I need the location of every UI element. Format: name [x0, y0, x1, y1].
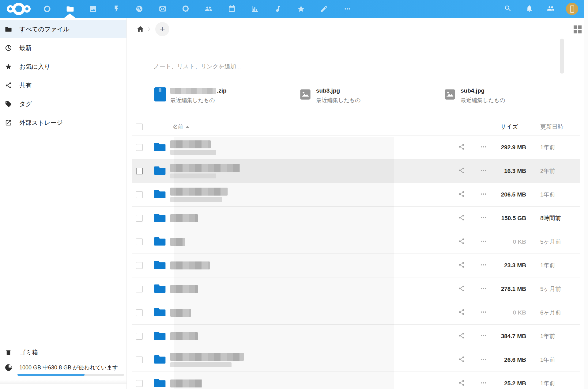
share-button[interactable] [450, 356, 473, 364]
grid-view-toggle-button[interactable] [574, 25, 582, 33]
contacts-menu-button[interactable] [540, 0, 561, 18]
row-checkbox[interactable] [136, 262, 143, 269]
share-button[interactable] [450, 379, 473, 387]
more-actions-button[interactable] [473, 143, 495, 152]
more-actions-button[interactable] [473, 308, 495, 317]
app-button-analytics[interactable] [243, 0, 266, 18]
file-row[interactable]: 25.2 MB1年前 [132, 372, 580, 389]
share-button[interactable] [450, 191, 473, 199]
file-name-link[interactable] [170, 188, 450, 202]
content-scrollbar-thumb[interactable] [560, 39, 564, 74]
user-avatar[interactable] [566, 3, 578, 15]
app-button-mail[interactable] [151, 0, 174, 18]
app-button-activity[interactable] [105, 0, 128, 18]
file-row[interactable]: 384.7 MB1年前 [132, 325, 580, 348]
file-row[interactable]: 206.5 MB1年前 [132, 183, 580, 207]
more-actions-icon [480, 143, 487, 152]
file-name-link[interactable] [170, 309, 450, 317]
row-checkbox[interactable] [136, 333, 143, 340]
app-button-more-apps[interactable] [336, 0, 359, 18]
share-button[interactable] [450, 238, 473, 246]
modified-column-header[interactable]: 更新日時 [533, 123, 580, 131]
nextcloud-logo[interactable] [7, 0, 31, 18]
file-name-link[interactable] [170, 379, 450, 387]
sidebar-item-tag[interactable]: タグ [0, 95, 126, 113]
file-row[interactable]: 0 KB5ヶ月前 [132, 230, 580, 254]
row-checkbox[interactable] [136, 380, 143, 387]
search-button[interactable] [497, 0, 518, 18]
more-actions-button[interactable] [473, 214, 495, 223]
more-actions-button[interactable] [473, 261, 495, 270]
sidebar-item-trash[interactable]: ゴミ箱 [0, 343, 38, 361]
file-name-link[interactable] [170, 238, 450, 246]
share-button[interactable] [450, 214, 473, 222]
sidebar-item-star[interactable]: お気に入り [0, 58, 126, 75]
file-row[interactable]: 26.6 MB1年前 [132, 348, 580, 372]
file-name-link[interactable] [170, 353, 450, 367]
recommended-file-card[interactable]: .zip最近編集したもの [154, 87, 299, 104]
file-modified: 1年前 [533, 379, 580, 387]
row-checkbox[interactable] [136, 309, 143, 316]
sidebar-item-settings[interactable]: 設定 [0, 384, 32, 389]
app-button-passwords[interactable] [128, 0, 151, 18]
rich-workspace-input[interactable]: ノート、リスト、リンクを追加... [153, 63, 241, 71]
app-button-contacts[interactable] [197, 0, 220, 18]
size-column-header[interactable]: サイズ [495, 123, 533, 131]
row-checkbox[interactable] [136, 168, 143, 174]
more-actions-button[interactable] [473, 238, 495, 246]
notifications-button[interactable] [518, 0, 540, 18]
sidebar-nav: すべてのファイル最新お気に入り共有タグ外部ストレージ [0, 20, 126, 132]
file-name-link[interactable] [170, 214, 450, 222]
sort-by-name-header[interactable]: 名前 [170, 123, 450, 130]
file-name-link[interactable] [170, 140, 450, 155]
app-button-notes[interactable] [313, 0, 336, 18]
sidebar-item-clock[interactable]: 最新 [0, 39, 126, 57]
more-actions-button[interactable] [473, 285, 495, 293]
row-checkbox[interactable] [136, 215, 143, 222]
new-file-button[interactable]: + [155, 22, 169, 36]
file-row[interactable]: 292.9 MB1年前 [132, 136, 580, 159]
breadcrumb-home-button[interactable] [136, 25, 144, 33]
recommended-file-card[interactable]: sub3.jpg最近編集したもの [299, 87, 443, 104]
row-checkbox[interactable] [136, 238, 143, 245]
share-button[interactable] [450, 309, 473, 317]
select-all-checkbox[interactable] [136, 124, 143, 130]
file-modified: 5ヶ月前 [533, 238, 580, 246]
recommended-file-card[interactable]: sub4.jpg最近編集したもの [443, 87, 588, 104]
app-button-calendar[interactable] [220, 0, 243, 18]
file-row[interactable]: 16.3 MB2年前 [132, 159, 580, 183]
file-row[interactable]: 0 KB6ヶ月前 [132, 301, 580, 325]
app-button-bookmarks[interactable] [289, 0, 312, 18]
share-button[interactable] [450, 285, 473, 293]
row-checkbox[interactable] [136, 191, 143, 198]
file-name-link[interactable] [170, 164, 450, 178]
share-button[interactable] [450, 143, 473, 151]
more-actions-button[interactable] [473, 379, 495, 388]
sidebar-bottom-shadow [0, 380, 126, 384]
sidebar-item-share[interactable]: 共有 [0, 76, 126, 94]
share-button[interactable] [450, 167, 473, 175]
row-checkbox[interactable] [136, 357, 143, 363]
more-actions-button[interactable] [473, 190, 495, 199]
row-checkbox[interactable] [136, 286, 143, 292]
more-actions-button[interactable] [473, 356, 495, 364]
file-name-link[interactable] [170, 285, 450, 293]
image-file-icon [443, 88, 456, 101]
app-button-talk[interactable] [174, 0, 197, 18]
sidebar-item-external-storage[interactable]: 外部ストレージ [0, 114, 126, 132]
file-row[interactable]: 23.3 MB1年前 [132, 254, 580, 277]
app-button-photos[interactable] [82, 0, 105, 18]
app-button-dashboard[interactable] [36, 0, 58, 18]
more-actions-button[interactable] [473, 167, 495, 175]
file-name-link[interactable] [170, 332, 450, 340]
file-name-link[interactable] [170, 261, 450, 269]
window-scrollbar[interactable] [584, 0, 588, 389]
app-button-music[interactable] [266, 0, 289, 18]
sidebar-item-folder[interactable]: すべてのファイル [0, 20, 126, 38]
more-actions-button[interactable] [473, 332, 495, 341]
file-row[interactable]: 278.1 MB5ヶ月前 [132, 277, 580, 301]
share-button[interactable] [450, 332, 473, 340]
file-row[interactable]: 150.5 GB8時間前 [132, 207, 580, 230]
share-button[interactable] [450, 261, 473, 269]
row-checkbox[interactable] [136, 144, 143, 151]
